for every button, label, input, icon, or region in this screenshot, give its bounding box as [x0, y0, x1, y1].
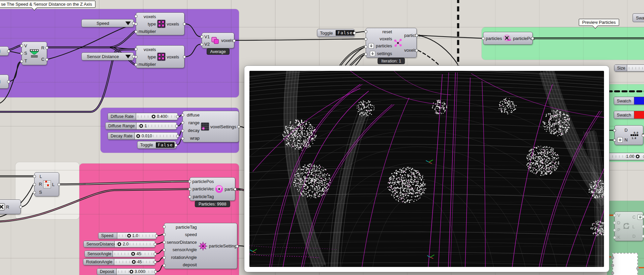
component-relay-a[interactable]: I [0, 46, 9, 56]
input-nub-particleTag[interactable] [163, 225, 166, 228]
toggle-sim-reset[interactable]: ToggleFalse [317, 29, 355, 37]
input-nub-range[interactable] [181, 121, 184, 124]
component-remap[interactable]: D✱N0.01.0R [614, 125, 643, 145]
input-nub-V2[interactable] [200, 43, 203, 46]
slider-knob[interactable] [129, 270, 133, 274]
output-nub-slider[interactable] [154, 253, 157, 256]
slider-knob[interactable] [139, 124, 143, 128]
output-nub-toggle[interactable] [174, 144, 177, 147]
slider-diffuse-rate[interactable]: Diffuse Rate0.400 [108, 113, 178, 120]
component-interpolate[interactable]: VDPKCLD [614, 212, 643, 241]
rhino-viewport-window[interactable] [244, 66, 609, 272]
input-nub-D[interactable] [613, 221, 616, 224]
output-nub-slider[interactable] [175, 125, 178, 128]
chevron-down-icon[interactable] [125, 21, 131, 25]
slider-rail[interactable] [627, 65, 644, 71]
output-nub-C[interactable] [642, 215, 644, 218]
input-nub-V[interactable] [613, 214, 616, 217]
input-nub-reset[interactable] [364, 30, 367, 33]
component-preview[interactable]: particlesparticlePos [483, 32, 533, 45]
input-nub-wrap[interactable] [181, 137, 184, 140]
slider-rail[interactable]: 0.010 [135, 133, 177, 139]
input-nub-particleTag[interactable] [188, 195, 191, 198]
output-nub-R[interactable] [45, 46, 48, 49]
output-nub-slider[interactable] [155, 234, 158, 237]
component-particle-settings[interactable]: particleTagspeedsensorDistancesensorAngl… [164, 223, 237, 269]
output-nub-voxels[interactable] [183, 55, 186, 58]
swatch-button[interactable]: Swatch [633, 13, 644, 22]
swatch-red[interactable]: Swatch [614, 111, 644, 119]
input-nub-L[interactable] [33, 175, 36, 178]
input-nub-sensorDistance[interactable] [163, 241, 166, 244]
output-nub-value-list[interactable] [132, 22, 135, 25]
input-nub-particlePos[interactable] [188, 180, 191, 183]
output-nub-toggle[interactable] [353, 32, 356, 35]
slider-sensor-distance[interactable]: SensorDistance2.0 [83, 241, 155, 247]
output-nub-voxels[interactable] [183, 22, 186, 26]
toggle-value[interactable]: False [156, 142, 175, 148]
output-nub-L[interactable] [57, 183, 61, 186]
output-nub-particlePos[interactable] [531, 37, 534, 40]
slider-diffuse-range[interactable]: Diffuse Range1 [105, 122, 177, 130]
output-nub-particles[interactable] [234, 188, 237, 191]
slider-sensor-angle[interactable]: SensorAngle45 [84, 250, 155, 257]
slider-label[interactable]: Decay Rate [108, 133, 135, 139]
output-nub-slider[interactable] [176, 135, 179, 138]
input-nub-voxels[interactable] [134, 48, 137, 51]
output-nub-voxels[interactable] [415, 49, 418, 52]
slider-rail[interactable]: 1 [136, 123, 176, 129]
output-nub-voxelSettings[interactable] [237, 125, 240, 128]
input-nub-S[interactable] [20, 52, 23, 55]
output-nub-I[interactable] [7, 80, 10, 83]
slider-rail[interactable]: 1.0 [117, 233, 156, 239]
slider-knob[interactable] [118, 242, 121, 246]
slider-label[interactable]: SensorAngle [85, 251, 113, 257]
output-nub-C[interactable] [45, 58, 48, 61]
input-nub-R[interactable] [33, 183, 36, 186]
output-nub-slider[interactable] [154, 261, 157, 264]
slider-label[interactable]: SensorDistance [84, 241, 115, 247]
slider-label[interactable]: Diffuse Rate [108, 113, 136, 120]
input-nub-particleVec[interactable] [188, 188, 191, 191]
input-nub-deposit[interactable] [163, 264, 166, 267]
slider-label[interactable]: RotationAngle [83, 259, 114, 265]
input-nub-D[interactable] [613, 129, 616, 132]
input-nub-speed[interactable] [163, 233, 166, 236]
chevron-down-icon[interactable] [125, 55, 131, 58]
input-nub-voxels[interactable] [364, 38, 367, 41]
slider-knob[interactable] [636, 155, 640, 158]
slider-decay-rate[interactable]: Decay Rate0.010 [108, 132, 178, 140]
input-nub-sensorAngle[interactable] [163, 248, 166, 251]
slider-speed[interactable]: Speed1.0 [98, 232, 157, 239]
slider-size[interactable]: Size [614, 64, 644, 72]
component-voxels-speed[interactable]: voxelstypemultipliervoxels [136, 12, 185, 35]
input-nub-P[interactable] [613, 229, 616, 232]
input-nub-particles[interactable] [482, 37, 485, 40]
component-voxels-sensor[interactable]: voxelstypemultipliervoxels [136, 45, 185, 68]
slider-rail[interactable]: 2.0 [115, 241, 155, 247]
down-arrow-button[interactable] [370, 51, 375, 56]
slider-knob[interactable] [132, 260, 136, 264]
slider-label[interactable]: Size [614, 65, 627, 71]
slider-label[interactable]: Speed [98, 233, 117, 239]
value-list-sensor-distance[interactable]: Sensor Distance [81, 52, 134, 60]
rhino-viewport[interactable] [249, 71, 604, 267]
output-nub-L[interactable] [642, 225, 644, 228]
component-simulation[interactable]: resetvoxelsparticlessettingsparticlesvox… [366, 28, 417, 58]
slider-knob[interactable] [131, 252, 135, 256]
value-list-speed[interactable]: Speed [81, 19, 134, 27]
ghost-component[interactable] [612, 253, 638, 275]
slider-knob[interactable] [127, 234, 131, 238]
input-nub-settings[interactable] [364, 53, 367, 56]
output-nub-slider[interactable] [176, 115, 179, 118]
swatch-red-color[interactable] [634, 111, 644, 119]
slider-remap-scale[interactable]: 1.00 [607, 153, 644, 160]
input-nub-particles[interactable] [364, 45, 367, 48]
input-nub-V1[interactable] [200, 35, 203, 38]
output-nub-slider[interactable] [154, 270, 157, 273]
input-nub-rotationAngle[interactable] [163, 256, 166, 259]
slider-knob[interactable] [136, 134, 140, 138]
swatch-blue[interactable]: Swatch [614, 97, 644, 105]
output-nub-R[interactable] [19, 205, 22, 209]
swatch-red-label[interactable]: Swatch [614, 111, 634, 119]
